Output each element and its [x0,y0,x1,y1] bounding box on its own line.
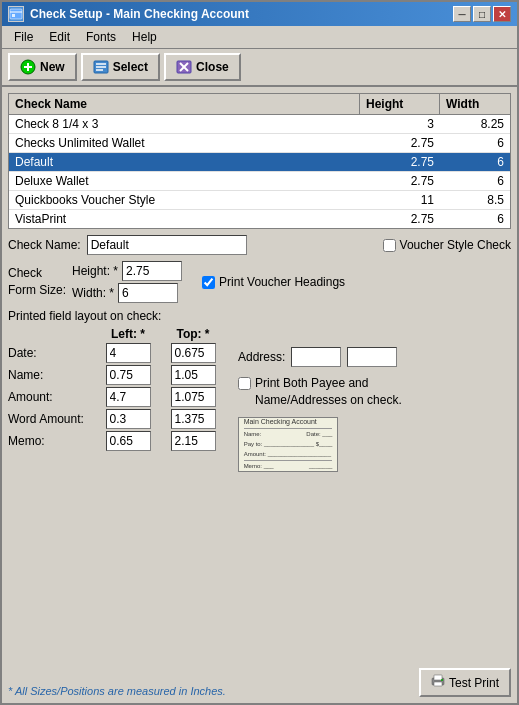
check-name-input[interactable] [87,235,247,255]
title-bar-left: Check Setup - Main Checking Account [8,6,249,22]
row-width: 8.25 [440,115,510,133]
voucher-checkbox[interactable] [383,239,396,252]
amount-top-input[interactable] [171,387,216,407]
svg-point-16 [441,679,443,681]
row-name: Quickbooks Voucher Style [9,191,360,209]
menu-fonts[interactable]: Fonts [78,28,124,46]
check-name-section: Check Name: Voucher Style Check [8,235,511,255]
address-label: Address: [238,350,285,364]
close-toolbar-button[interactable]: Close [164,53,241,81]
memo-left-cell [98,431,158,451]
main-window: Check Setup - Main Checking Account ─ □ … [0,0,519,705]
voucher-checkbox-row: Voucher Style Check [383,238,511,252]
test-print-icon [431,674,445,691]
close-button[interactable]: ✕ [493,6,511,22]
row-name: Deluxe Wallet [9,172,360,190]
word-amount-left-cell [98,409,158,429]
toolbar: New Select Close [2,49,517,87]
col-header-height: Height [360,94,440,114]
field-layout-body: Left: * Top: * Date: Name: [8,327,511,472]
menu-help[interactable]: Help [124,28,165,46]
window-icon [8,6,24,22]
maximize-button[interactable]: □ [473,6,491,22]
svg-rect-14 [434,675,442,680]
table-row[interactable]: Check 8 1/4 x 3 3 8.25 [9,115,510,134]
note-text: * All Sizes/Positions are measured in In… [8,685,226,697]
check-preview-inner: Main Checking Account Name:Date: ___ Pay… [240,417,337,472]
table-row[interactable]: Quickbooks Voucher Style 11 8.5 [9,191,510,210]
date-left-cell [98,343,158,363]
menu-file[interactable]: File [6,28,41,46]
amount-left-input[interactable] [106,387,151,407]
name-left-cell [98,365,158,385]
height-label: Height: * [72,264,118,278]
svg-rect-2 [12,14,15,17]
print-voucher-label: Print Voucher Headings [219,275,345,289]
date-label: Date: [8,346,98,360]
row-width: 8.5 [440,191,510,209]
amount-label: Amount: [8,390,98,404]
row-width: 6 [440,153,510,171]
bottom-section: * All Sizes/Positions are measured in In… [8,658,511,697]
field-layout-section: Printed field layout on check: Left: * T… [8,309,511,472]
table-row[interactable]: Checks Unlimited Wallet 2.75 6 [9,134,510,153]
word-amount-left-input[interactable] [106,409,151,429]
select-button[interactable]: Select [81,53,160,81]
address-row: Address: [238,347,402,367]
check-preview: Main Checking Account Name:Date: ___ Pay… [238,417,338,472]
table-row[interactable]: VistaPrint 2.75 6 [9,210,510,228]
print-both-payee-label: Print Both Payee andName/Addresses on ch… [255,375,402,409]
right-panel: Address: Print Both Payee andName/Addres… [238,327,402,472]
width-row: Width: * [72,283,182,303]
width-input[interactable] [118,283,178,303]
field-layout-title: Printed field layout on check: [8,309,511,323]
table-row-selected[interactable]: Default 2.75 6 [9,153,510,172]
size-inputs: Height: * Width: * [72,261,182,303]
minimize-button[interactable]: ─ [453,6,471,22]
height-row: Height: * [72,261,182,281]
row-name: Check 8 1/4 x 3 [9,115,360,133]
row-name: VistaPrint [9,210,360,228]
row-name: Default [9,153,360,171]
word-amount-label: Word Amount: [8,412,98,426]
name-label: Name: [8,368,98,382]
check-name-label: Check Name: [8,238,81,252]
form-size-section: CheckForm Size: Height: * Width: * Print… [8,261,511,303]
test-print-button[interactable]: Test Print [419,668,511,697]
title-bar: Check Setup - Main Checking Account ─ □ … [2,2,517,26]
name-left-input[interactable] [106,365,151,385]
address-input-2[interactable] [347,347,397,367]
table-row[interactable]: Deluxe Wallet 2.75 6 [9,172,510,191]
close-toolbar-icon [176,59,192,75]
print-both-payee-checkbox[interactable] [238,377,251,390]
row-height: 2.75 [360,210,440,228]
menu-edit[interactable]: Edit [41,28,78,46]
row-height: 3 [360,115,440,133]
svg-rect-0 [10,9,22,19]
row-height: 2.75 [360,172,440,190]
new-button[interactable]: New [8,53,77,81]
memo-top-input[interactable] [171,431,216,451]
name-top-input[interactable] [171,365,216,385]
test-print-label: Test Print [449,676,499,690]
col-header-name: Check Name [9,94,360,114]
date-top-input[interactable] [171,343,216,363]
row-width: 6 [440,172,510,190]
print-voucher-checkbox[interactable] [202,276,215,289]
memo-left-input[interactable] [106,431,151,451]
name-top-cell [158,365,228,385]
word-amount-top-input[interactable] [171,409,216,429]
width-label: Width: * [72,286,114,300]
amount-left-cell [98,387,158,407]
new-label: New [40,60,65,74]
table-header: Check Name Height Width [9,94,510,115]
address-input-1[interactable] [291,347,341,367]
col-header-width: Width [440,94,510,114]
print-both-payee-row: Print Both Payee andName/Addresses on ch… [238,375,402,409]
height-input[interactable] [122,261,182,281]
date-left-input[interactable] [106,343,151,363]
top-header: Top: * [158,327,228,341]
amount-top-cell [158,387,228,407]
word-amount-top-cell [158,409,228,429]
left-header: Left: * [98,327,158,341]
